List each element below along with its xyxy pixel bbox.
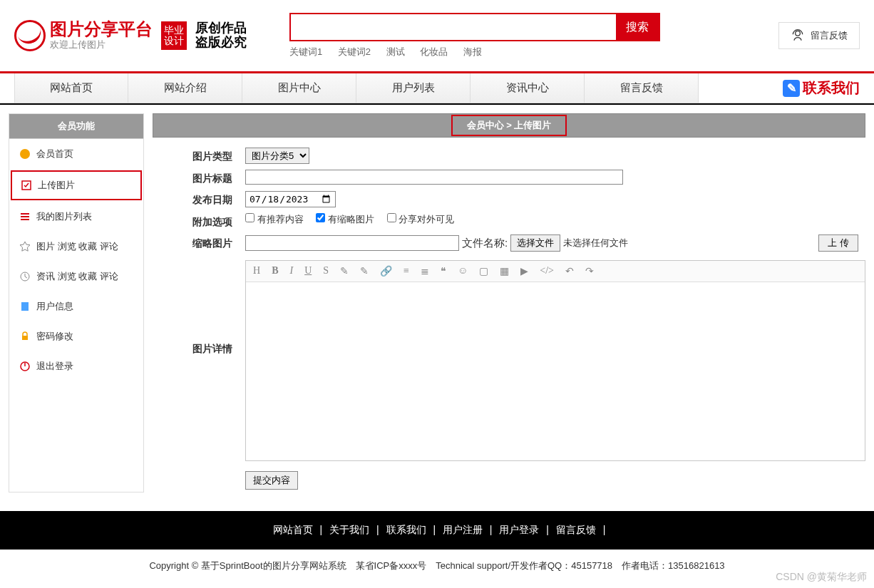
contact-us-label: 联系我们: [803, 78, 860, 98]
breadcrumb: 会员中心 > 上传图片: [153, 113, 865, 138]
editor-body[interactable]: [246, 282, 865, 460]
choose-file-button[interactable]: 选择文件: [510, 234, 560, 252]
heading-icon[interactable]: H: [253, 265, 260, 277]
csdn-watermark: CSDN @黄菊华老师: [776, 571, 867, 582]
site-title: 图片分享平台: [50, 20, 153, 38]
italic-icon[interactable]: I: [289, 265, 293, 277]
feedback-label: 留言反馈: [811, 29, 848, 42]
contact-us-link[interactable]: ✎ 联系我们: [783, 73, 860, 103]
nav-home[interactable]: 网站首页: [14, 73, 128, 103]
chk-label: 有推荐内容: [257, 214, 304, 225]
underline-icon[interactable]: U: [304, 265, 312, 277]
input-title[interactable]: [245, 170, 623, 185]
search-bar: 搜索: [289, 13, 660, 41]
eraser-icon[interactable]: ✎: [340, 265, 349, 277]
sidebar-item-label: 我的图片列表: [36, 210, 92, 223]
file-status: 未选择任何文件: [563, 237, 628, 249]
redo-icon[interactable]: ↷: [585, 265, 594, 277]
keywords-row: 关键词1 关键词2 测试 化妆品 海报: [289, 46, 660, 58]
sidebar-item-image-stats[interactable]: 图片 浏览 收藏 评论: [9, 232, 143, 262]
upload-button[interactable]: 上 传: [818, 234, 858, 252]
nav-news[interactable]: 资讯中心: [471, 73, 585, 103]
calligraphy-text: 原创作品 盗版必究: [195, 21, 247, 50]
lock-icon: [19, 331, 31, 342]
sidebar-item-news-stats[interactable]: 资讯 浏览 收藏 评论: [9, 262, 143, 292]
main-nav: 网站首页 网站介绍 图片中心 用户列表 资讯中心 留言反馈: [14, 73, 783, 103]
star-icon: [19, 241, 31, 252]
svg-rect-5: [21, 219, 29, 220]
footer-link[interactable]: 关于我们: [329, 524, 369, 535]
emoji-icon[interactable]: ☺: [458, 265, 468, 277]
label-extra: 附加选项: [153, 213, 245, 229]
sidebar-item-logout[interactable]: 退出登录: [9, 351, 143, 381]
select-type[interactable]: 图片分类5: [245, 148, 309, 164]
sidebar-item-userinfo[interactable]: 用户信息: [9, 292, 143, 321]
sidebar-item-mylist[interactable]: 我的图片列表: [9, 202, 143, 232]
sidebar: 会员功能 会员首页 上传图片 我的图片列表 图片 浏览 收藏 评论 资讯 浏览 …: [9, 113, 144, 492]
svg-point-0: [796, 31, 801, 36]
search-button[interactable]: 搜索: [616, 14, 659, 40]
sidebar-item-label: 密码修改: [36, 330, 73, 343]
bold-icon[interactable]: B: [272, 265, 278, 277]
footer-link[interactable]: 网站首页: [273, 524, 313, 535]
sidebar-item-label: 用户信息: [36, 300, 73, 313]
logo-block[interactable]: 图片分享平台 欢迎上传图片 毕业设计 原创作品 盗版必究: [14, 20, 247, 51]
color-icon[interactable]: ✎: [360, 265, 369, 277]
nav-feedback[interactable]: 留言反馈: [585, 73, 699, 103]
sidebar-item-home[interactable]: 会员首页: [9, 139, 143, 169]
chk-label: 有缩略图片: [328, 214, 374, 225]
submit-button[interactable]: 提交内容: [245, 471, 298, 490]
sidebar-item-label: 会员首页: [36, 148, 73, 160]
file-name-label: 文件名称:: [462, 237, 508, 250]
sidebar-item-upload[interactable]: 上传图片: [11, 170, 142, 200]
nav-images[interactable]: 图片中心: [242, 73, 356, 103]
rich-text-editor: H B I U S ✎ ✎ 🔗 ≡ ≣ ❝ ☺ ▢: [245, 260, 865, 461]
strike-icon[interactable]: S: [323, 265, 329, 277]
link-icon[interactable]: 🔗: [380, 265, 392, 277]
search-input[interactable]: [291, 14, 616, 40]
sidebar-item-label: 图片 浏览 收藏 评论: [36, 240, 118, 253]
footer-link[interactable]: 留言反馈: [556, 524, 596, 535]
keyword-link[interactable]: 海报: [463, 46, 482, 57]
keyword-link[interactable]: 测试: [386, 46, 405, 57]
chk-recommend[interactable]: [245, 213, 255, 222]
sidebar-item-label: 资讯 浏览 收藏 评论: [36, 270, 118, 283]
input-date[interactable]: [245, 191, 336, 207]
feedback-button[interactable]: 留言反馈: [778, 22, 860, 49]
sidebar-item-password[interactable]: 密码修改: [9, 321, 143, 351]
headset-icon: [791, 29, 805, 43]
sidebar-title: 会员功能: [9, 114, 143, 139]
logo-icon: [14, 20, 46, 51]
label-date: 发布日期: [153, 191, 245, 207]
chk-thumbnail[interactable]: [316, 213, 325, 222]
footer-link[interactable]: 用户注册: [443, 524, 483, 535]
svg-rect-4: [21, 216, 29, 217]
list-icon[interactable]: ≡: [403, 265, 409, 277]
welcome-text: 欢迎上传图片: [50, 38, 153, 51]
footer-link[interactable]: 联系我们: [386, 524, 426, 535]
sidebar-item-label: 上传图片: [38, 179, 75, 192]
chk-label: 分享对外可见: [399, 214, 454, 225]
svg-rect-8: [22, 336, 28, 340]
footer-link[interactable]: 用户登录: [499, 524, 539, 535]
undo-icon[interactable]: ↶: [565, 265, 574, 277]
table-icon[interactable]: ▦: [500, 265, 509, 277]
chk-public[interactable]: [387, 213, 396, 222]
keyword-link[interactable]: 关键词1: [289, 46, 322, 57]
power-icon: [19, 361, 31, 372]
keyword-link[interactable]: 化妆品: [420, 46, 448, 57]
image-icon[interactable]: ▢: [479, 265, 488, 277]
nav-about[interactable]: 网站介绍: [128, 73, 242, 103]
keyword-link[interactable]: 关键词2: [338, 46, 371, 57]
upload-icon: [21, 180, 32, 191]
input-thumbnail-path[interactable]: [245, 235, 459, 251]
code-icon[interactable]: </>: [540, 265, 554, 277]
label-detail: 图片详情: [153, 257, 245, 461]
home-icon: [19, 148, 31, 160]
nav-users[interactable]: 用户列表: [356, 73, 471, 103]
label-type: 图片类型: [153, 148, 245, 164]
align-icon[interactable]: ≣: [421, 265, 429, 277]
video-icon[interactable]: ▶: [520, 265, 528, 277]
quote-icon[interactable]: ❝: [441, 265, 446, 277]
svg-rect-3: [21, 213, 29, 215]
